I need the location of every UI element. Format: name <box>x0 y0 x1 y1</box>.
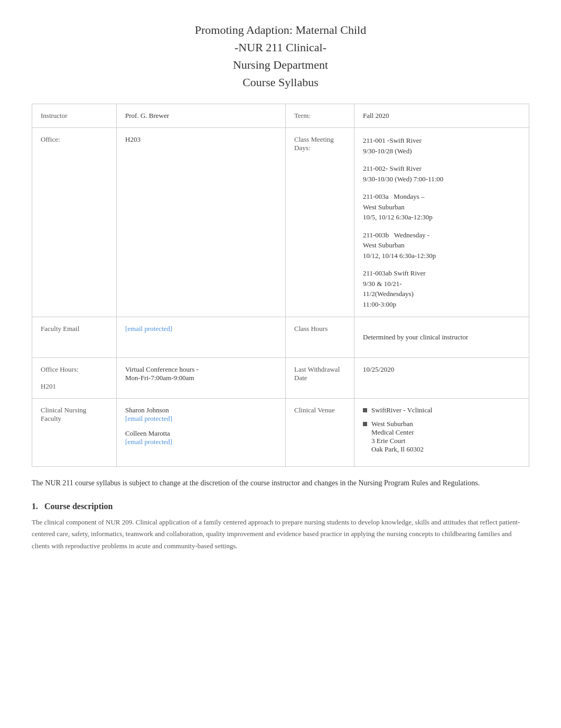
office-value: H203 <box>117 128 286 317</box>
table-row: Office: H203 Class MeetingDays: 211-001 … <box>32 128 529 317</box>
class-meeting-block-2: 211-002- Swift River9/30-10/30 (Wed) 7:0… <box>363 163 520 184</box>
class-hours-value: Determined by your clinical instructor <box>354 317 529 358</box>
class-meeting-block-1: 211-001 -Swift River9/30-10/28 (Wed) <box>363 135 520 156</box>
last-withdrawal-label: Last WithdrawalDate <box>286 358 354 399</box>
term-label: Term: <box>286 104 354 128</box>
faculty2-email-link[interactable]: [email protected] <box>125 438 172 446</box>
last-withdrawal-value: 10/25/2020 <box>354 358 529 399</box>
instructor-value: Prof. G. Brewer <box>117 104 286 128</box>
page-header: Promoting Adaption: Maternal Child -NUR … <box>32 21 529 91</box>
clinical-venue-value: SwiftRiver - Vclinical West SuburbanMedi… <box>354 399 529 467</box>
list-item: West SuburbanMedical Center3 Erie CourtO… <box>363 420 520 454</box>
bullet-icon <box>363 408 367 412</box>
syllabus-table: Instructor Prof. G. Brewer Term: Fall 20… <box>32 104 529 467</box>
clinical-venue-label: Clinical Venue <box>286 399 354 467</box>
clinical-faculty-value: Sharon Johnson [email protected] Colleen… <box>117 399 286 467</box>
faculty-block-1: Sharon Johnson [email protected] <box>125 406 277 423</box>
class-meeting-label: Class MeetingDays: <box>286 128 354 317</box>
faculty-block-2: Colleen Marotta [email protected] <box>125 429 277 446</box>
venue2-text: West SuburbanMedical Center3 Erie CourtO… <box>371 420 424 454</box>
table-row: Clinical NursingFaculty Sharon Johnson [… <box>32 399 529 467</box>
section1-heading: 1. Course description <box>32 502 529 511</box>
faculty-email-label: Faculty Email <box>32 317 117 358</box>
class-meeting-block-3: 211-003a Mondays –West Suburban10/5, 10/… <box>363 191 520 223</box>
bullet-icon <box>363 422 367 426</box>
venue1-text: SwiftRiver - Vclinical <box>371 406 432 414</box>
faculty-email-value: [email protected] <box>117 317 286 358</box>
faculty1-name: Sharon Johnson <box>125 406 277 414</box>
office-hours-label: Office Hours:H201 <box>32 358 117 399</box>
class-hours-label: Class Hours <box>286 317 354 358</box>
course-title: Promoting Adaption: Maternal Child -NUR … <box>32 21 529 91</box>
course-description-section: 1. Course description The clinical compo… <box>32 502 529 551</box>
section1-body: The clinical component of NUR 209. Clini… <box>32 517 529 551</box>
class-meeting-value: 211-001 -Swift River9/30-10/28 (Wed) 211… <box>354 128 529 317</box>
class-meeting-block-5: 211-003ab Swift River9/30 & 10/21-11/2(W… <box>363 268 520 309</box>
faculty2-name: Colleen Marotta <box>125 429 277 438</box>
table-row: Instructor Prof. G. Brewer Term: Fall 20… <box>32 104 529 128</box>
office-label: Office: <box>32 128 117 317</box>
faculty1-email-link[interactable]: [email protected] <box>125 414 172 422</box>
clinical-faculty-label: Clinical NursingFaculty <box>32 399 117 467</box>
faculty-email-link[interactable]: [email protected] <box>125 325 172 333</box>
office-hours-value: Virtual Conference hours -Mon-Fri-7:00am… <box>117 358 286 399</box>
disclaimer: The NUR 211 course syllabus is subject t… <box>32 477 529 489</box>
table-row: Faculty Email [email protected] Class Ho… <box>32 317 529 358</box>
list-item: SwiftRiver - Vclinical <box>363 406 520 414</box>
class-meeting-block-4: 211-003b Wednesday -West Suburban10/12, … <box>363 230 520 261</box>
instructor-label: Instructor <box>32 104 117 128</box>
term-value: Fall 2020 <box>354 104 529 128</box>
clinical-venue-list: SwiftRiver - Vclinical West SuburbanMedi… <box>363 406 520 454</box>
table-row: Office Hours:H201 Virtual Conference hou… <box>32 358 529 399</box>
